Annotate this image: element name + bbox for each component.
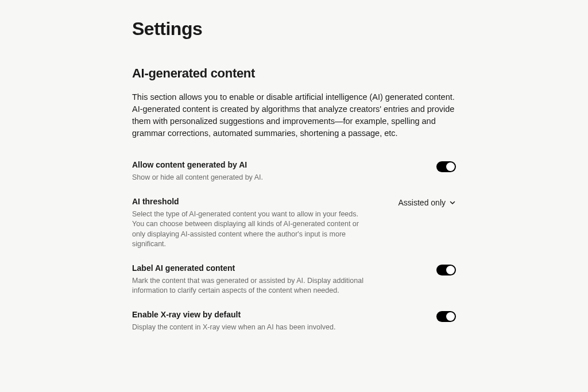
settings-container: Settings AI-generated content This secti…: [132, 0, 456, 332]
toggle-knob: [446, 162, 455, 171]
xray-toggle[interactable]: [436, 311, 456, 322]
section-heading: AI-generated content: [132, 66, 456, 81]
option-xray-title: Enable X-ray view by default: [132, 310, 368, 319]
chevron-down-icon: [449, 199, 456, 206]
option-xray-desc: Display the content in X-ray view when a…: [132, 323, 368, 333]
option-label-desc: Mark the content that was generated or a…: [132, 276, 368, 296]
option-text: AI threshold Select the type of AI-gener…: [132, 197, 368, 250]
threshold-dropdown[interactable]: Assisted only: [399, 198, 456, 207]
option-threshold-desc: Select the type of AI-generated content …: [132, 209, 368, 250]
option-threshold-control: Assisted only: [399, 198, 456, 207]
option-allow-title: Allow content generated by AI: [132, 160, 368, 169]
option-allow-desc: Show or hide all content generated by AI…: [132, 173, 368, 183]
section-description: This section allows you to enable or dis…: [132, 91, 456, 139]
option-threshold: AI threshold Select the type of AI-gener…: [132, 197, 456, 250]
option-xray-control: [436, 311, 456, 322]
option-text: Label AI generated content Mark the cont…: [132, 263, 368, 296]
option-threshold-title: AI threshold: [132, 197, 368, 206]
allow-ai-toggle[interactable]: [436, 161, 456, 172]
option-allow-ai: Allow content generated by AI Show or hi…: [132, 160, 456, 183]
threshold-selected-value: Assisted only: [399, 198, 446, 207]
option-allow-control: [436, 161, 456, 172]
option-text: Enable X-ray view by default Display the…: [132, 310, 368, 333]
toggle-knob: [446, 266, 455, 274]
option-label-ai: Label AI generated content Mark the cont…: [132, 263, 456, 296]
page-title: Settings: [132, 18, 456, 40]
option-text: Allow content generated by AI Show or hi…: [132, 160, 368, 183]
toggle-knob: [446, 312, 455, 321]
option-xray: Enable X-ray view by default Display the…: [132, 310, 456, 333]
option-label-control: [436, 265, 456, 275]
label-ai-toggle[interactable]: [436, 265, 456, 275]
option-label-title: Label AI generated content: [132, 263, 368, 273]
